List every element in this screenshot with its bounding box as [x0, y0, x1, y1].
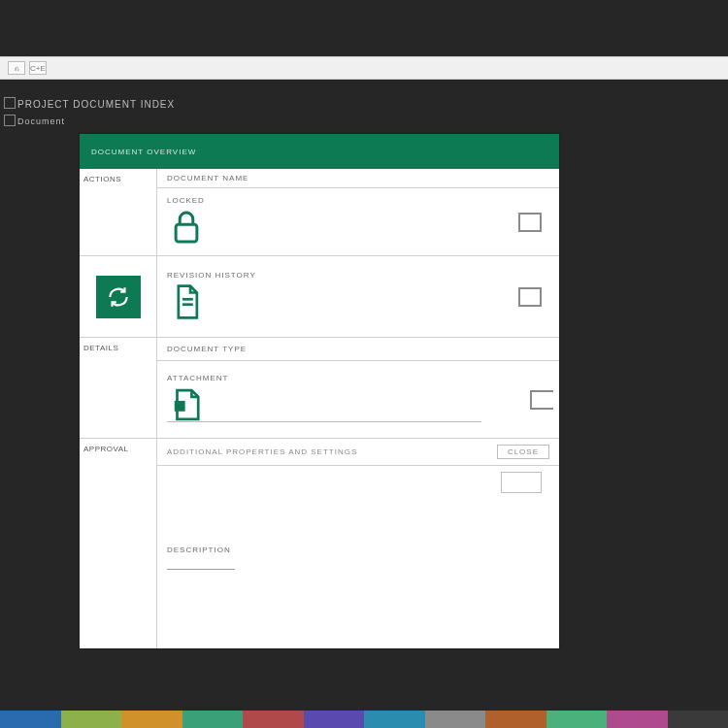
taskbar — [0, 711, 728, 728]
file-icon — [167, 384, 206, 425]
row-description: DESCRIPTION — [157, 466, 559, 648]
svg-rect-0 — [176, 224, 197, 242]
sidebar-item-label: DETAILS — [83, 344, 152, 352]
footer-text: ADDITIONAL PROPERTIES AND SETTINGS — [167, 447, 489, 456]
sidebar-item-details[interactable]: DETAILS — [80, 338, 156, 439]
document-icon — [167, 281, 206, 322]
side-control[interactable] — [501, 472, 542, 493]
back-button[interactable]: ⎌ — [8, 61, 25, 75]
panel-sidebar: ACTIONS DETAILS APPROVAL — [80, 169, 157, 648]
row-doc-type: DOCUMENT TYPE — [157, 338, 559, 361]
tree-toggle-icon[interactable] — [4, 115, 16, 126]
row-label: LOCKED — [167, 196, 549, 205]
sidebar-item-actions[interactable]: ACTIONS — [80, 169, 156, 256]
sidebar-item-label: ACTIONS — [83, 175, 152, 183]
row-label: REVISION HISTORY — [167, 271, 549, 280]
sidebar-item-icon[interactable] — [80, 256, 156, 338]
row-label: ATTACHMENT — [167, 374, 549, 382]
row-label: DOCUMENT TYPE — [167, 345, 549, 353]
description-input[interactable] — [167, 560, 235, 570]
row-document-name: DOCUMENT NAME — [157, 169, 559, 188]
sidebar-item-approval[interactable]: APPROVAL — [80, 439, 156, 648]
attachment-checkbox[interactable] — [530, 390, 553, 410]
lock-icon — [167, 207, 206, 248]
recycle-icon — [96, 276, 141, 318]
breadcrumb-sub: Document — [17, 116, 65, 126]
locked-checkbox[interactable] — [518, 213, 542, 232]
panel-title: DOCUMENT OVERVIEW — [91, 148, 196, 156]
row-footer: ADDITIONAL PROPERTIES AND SETTINGS CLOSE — [157, 439, 559, 466]
breadcrumb: PROJECT DOCUMENT INDEX — [17, 99, 175, 110]
tree-toggle-icon[interactable] — [4, 97, 16, 109]
row-attachment: ATTACHMENT — [157, 361, 559, 439]
close-button[interactable]: CLOSE — [497, 445, 549, 459]
row-revision: REVISION HISTORY — [157, 256, 559, 338]
document-panel: DOCUMENT OVERVIEW ACTIONS DETAILS APPROV… — [80, 134, 559, 648]
toolbar-button[interactable]: C+E — [29, 61, 47, 75]
sidebar-item-label: APPROVAL — [83, 445, 152, 453]
row-label: DESCRIPTION — [167, 546, 549, 554]
address-bar: ⎌ C+E — [0, 56, 728, 80]
panel-header: DOCUMENT OVERVIEW — [80, 134, 559, 169]
svg-rect-3 — [175, 401, 185, 412]
row-label: DOCUMENT NAME — [167, 174, 549, 182]
panel-main: DOCUMENT NAME LOCKED REVISION HISTORY — [157, 169, 559, 648]
row-locked: LOCKED — [157, 188, 559, 256]
revision-checkbox[interactable] — [518, 287, 542, 307]
